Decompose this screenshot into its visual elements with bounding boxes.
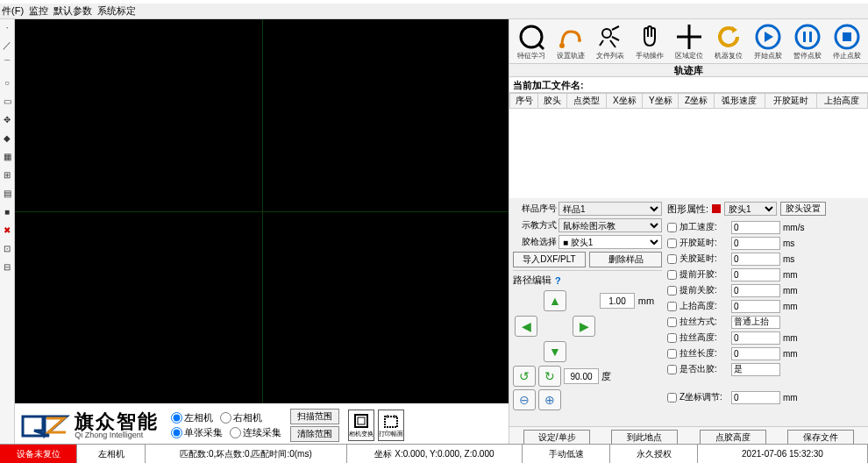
table-header[interactable]: Z坐标 xyxy=(679,94,714,109)
arrow-down-button[interactable]: ▼ xyxy=(544,341,566,362)
tool-layer-icon[interactable]: ▤ xyxy=(1,187,13,199)
zoom-out-button[interactable]: ⊖ xyxy=(513,389,536,410)
param-check-2[interactable] xyxy=(667,254,677,264)
set-track-button[interactable]: 设置轨迹 xyxy=(551,21,590,61)
param-check-1[interactable] xyxy=(667,239,677,248)
tool-text-icon[interactable]: ■ xyxy=(1,205,13,217)
feature-learn-button[interactable]: 特征学习 xyxy=(511,21,551,61)
menu-monitor[interactable]: 监控 xyxy=(29,4,48,18)
stop-dispense-button[interactable]: 停止点胶 xyxy=(827,21,866,61)
bottom-button-1[interactable]: 到此地点 xyxy=(611,430,678,445)
tool-arc-icon[interactable]: ⌒ xyxy=(1,58,13,70)
radio-left-cam[interactable]: 左相机 xyxy=(171,411,213,424)
camera-transform-icon[interactable]: 相机变换 xyxy=(348,410,374,441)
canvas-viewport[interactable] xyxy=(15,19,509,403)
param-input-8[interactable] xyxy=(731,347,780,360)
z-tune-check[interactable] xyxy=(667,393,677,402)
z-tune-input[interactable] xyxy=(731,391,780,404)
param-input-7[interactable] xyxy=(731,331,780,345)
param-label: 提前开胶: xyxy=(679,268,729,281)
tool-line-icon[interactable]: ／ xyxy=(1,39,13,52)
table-header[interactable]: 上抬高度 xyxy=(816,94,867,109)
rotate-cw-button[interactable]: ↻ xyxy=(538,366,561,387)
area-locate-button[interactable]: 区域定位 xyxy=(669,21,708,61)
machine-reset-icon xyxy=(715,23,743,51)
teach-select[interactable]: 鼠标绘图示教 xyxy=(559,218,662,232)
table-header[interactable]: 点类型 xyxy=(566,94,606,109)
pause-dispense-button[interactable]: 暂停点胶 xyxy=(787,21,827,61)
angle-input[interactable] xyxy=(564,368,599,384)
tool-misc-icon[interactable]: ⊟ xyxy=(1,260,13,273)
delete-sample-button[interactable]: 删除样品 xyxy=(589,252,662,267)
tool-grid-icon[interactable]: ▦ xyxy=(1,150,13,162)
tool-delete-icon[interactable]: ✖ xyxy=(1,224,13,236)
param-input-6[interactable] xyxy=(731,316,780,329)
status-camera: 左相机 xyxy=(77,445,146,463)
param-input-4[interactable] xyxy=(731,284,780,297)
arrow-right-button[interactable]: ▶ xyxy=(573,316,595,337)
param-input-5[interactable] xyxy=(731,300,780,313)
param-label: 上抬高度: xyxy=(679,300,729,312)
clear-range-button[interactable]: 清除范围 xyxy=(290,426,339,442)
table-header[interactable]: 序号 xyxy=(510,94,538,109)
param-check-8[interactable] xyxy=(667,349,677,359)
param-check-9[interactable] xyxy=(667,365,677,374)
param-input-2[interactable] xyxy=(731,253,780,266)
table-header[interactable]: X坐标 xyxy=(607,94,643,109)
file-list-button[interactable]: 文件列表 xyxy=(590,21,630,61)
param-unit: mm xyxy=(783,349,804,359)
param-input-9[interactable] xyxy=(731,363,780,376)
tool-group-icon[interactable]: ⊡ xyxy=(1,242,13,254)
table-header[interactable]: 弧形速度 xyxy=(714,94,765,109)
machine-reset-button[interactable]: 机器复位 xyxy=(708,21,748,61)
menu-default[interactable]: 默认参数 xyxy=(53,4,92,18)
tool-move-icon[interactable]: ✥ xyxy=(1,113,13,125)
track-table[interactable]: 序号胶头点类型X坐标Y坐标Z坐标弧形速度开胶延时上抬高度 xyxy=(509,93,868,198)
scan-range-button[interactable]: 扫描范围 xyxy=(290,409,339,424)
arrow-up-button[interactable]: ▲ xyxy=(544,290,566,311)
manual-op-button[interactable]: 手动操作 xyxy=(630,21,669,61)
import-dxf-button[interactable]: 导入DXF/PLT xyxy=(513,252,586,267)
tool-rect-icon[interactable]: ▭ xyxy=(1,95,13,107)
radio-single[interactable]: 单张采集 xyxy=(171,426,223,439)
param-input-1[interactable] xyxy=(731,237,780,250)
svg-rect-1 xyxy=(358,417,365,424)
radio-right-cam[interactable]: 右相机 xyxy=(220,411,262,424)
tool-point-icon[interactable]: · xyxy=(1,21,13,33)
bottom-button-3[interactable]: 保存文件 xyxy=(787,430,854,445)
set-track-icon xyxy=(557,23,585,51)
param-check-4[interactable] xyxy=(667,286,677,296)
tool-array-icon[interactable]: ⊞ xyxy=(1,168,13,181)
svg-rect-13 xyxy=(809,32,812,42)
zoom-in-button[interactable]: ⊕ xyxy=(538,389,561,410)
start-dispense-button[interactable]: 开始点胶 xyxy=(748,21,787,61)
glue-select[interactable]: ■ 胶头1 xyxy=(559,235,662,249)
print-area-icon[interactable]: 打印幅面 xyxy=(378,410,404,441)
param-check-5[interactable] xyxy=(667,302,677,311)
radio-cont[interactable]: 连续采集 xyxy=(230,426,281,439)
bottom-button-2[interactable]: 点胶高度 xyxy=(700,430,766,445)
param-input-3[interactable] xyxy=(731,268,780,281)
head-setting-button[interactable]: 胶头设置 xyxy=(780,202,826,216)
table-header[interactable]: Y坐标 xyxy=(643,94,679,109)
param-check-3[interactable] xyxy=(667,270,677,280)
tool-diamond-icon[interactable]: ◆ xyxy=(1,132,13,144)
table-header[interactable]: 开胶延时 xyxy=(765,94,816,109)
rotate-ccw-button[interactable]: ↺ xyxy=(513,366,536,387)
attr-glue-select[interactable]: 胶头1 xyxy=(724,202,777,216)
param-check-6[interactable] xyxy=(667,317,677,327)
menu-file[interactable]: 件(F) xyxy=(2,4,24,18)
table-header[interactable]: 胶头 xyxy=(538,94,566,109)
menu-system[interactable]: 系统标定 xyxy=(97,4,136,18)
param-check-7[interactable] xyxy=(667,333,677,343)
step-input[interactable] xyxy=(600,293,635,309)
bottom-button-0[interactable]: 设定/单步 xyxy=(523,430,590,445)
help-icon[interactable]: ? xyxy=(555,275,561,286)
param-check-0[interactable] xyxy=(667,223,677,232)
param-input-0[interactable] xyxy=(731,221,780,234)
arrow-left-button[interactable]: ◀ xyxy=(515,316,537,337)
svg-point-11 xyxy=(796,25,819,48)
sample-no-select[interactable]: 样品1 xyxy=(559,202,662,216)
tool-circle-icon[interactable]: ○ xyxy=(1,76,13,89)
status-coord: 坐标 X:0.000, Y:0.000, Z:0.000 xyxy=(347,445,523,463)
